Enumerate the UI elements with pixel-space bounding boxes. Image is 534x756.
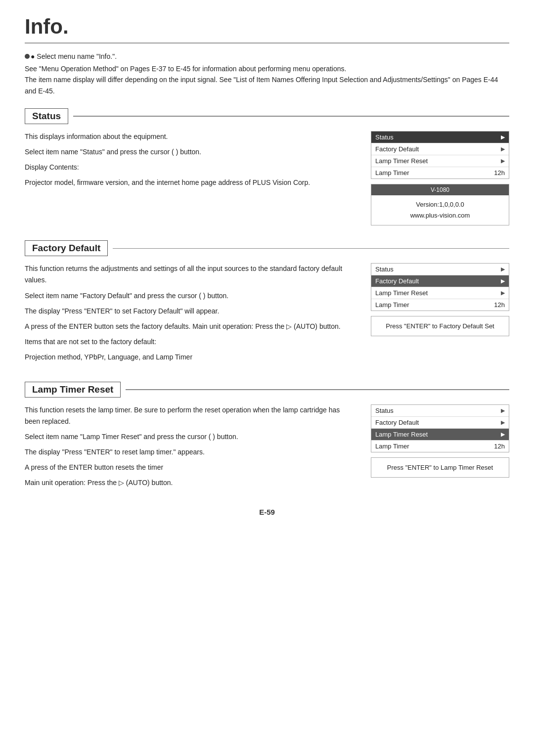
ltr-menu-label-ltr: Lamp Timer Reset bbox=[375, 431, 428, 438]
factory-default-heading-line bbox=[113, 248, 509, 249]
fd-desc3: The display "Press "ENTER" to set Factor… bbox=[25, 306, 346, 317]
ltr-desc2: Select item name "Lamp Timer Reset" and … bbox=[25, 431, 346, 443]
menu-label-factory1: Factory Default bbox=[375, 145, 419, 153]
status-section: Status This displays information about t… bbox=[25, 108, 509, 225]
ltr-menu-label-lt: Lamp Timer bbox=[375, 443, 409, 450]
status-sub-panel: V-1080 Version:1,0,0,0.0 www.plus-vision… bbox=[371, 184, 509, 225]
menu-arrow-status: ▶ bbox=[501, 134, 505, 140]
factory-default-left: This function returns the adjustments an… bbox=[25, 263, 356, 367]
factory-default-heading: Factory Default bbox=[25, 240, 108, 256]
fd-desc2: Select item name "Factory Default" and p… bbox=[25, 290, 346, 302]
fd-confirm-panel: Press "ENTER" to Factory Default Set bbox=[371, 316, 509, 336]
sub-panel-body: Version:1,0,0,0.0 www.plus-vision.com bbox=[371, 195, 509, 225]
status-content: This displays information about the equi… bbox=[25, 131, 509, 225]
intro-paragraph: See "Menu Operation Method" on Pages E-3… bbox=[25, 63, 509, 96]
menu-arrow-ltr1: ▶ bbox=[501, 158, 505, 164]
page-title: Info. bbox=[25, 15, 509, 44]
page-footer: E-59 bbox=[25, 508, 509, 516]
menu-label-status: Status bbox=[375, 133, 394, 141]
fd-menu-row-lt: Lamp Timer 12h bbox=[371, 299, 509, 311]
fd-desc1: This function returns the adjustments an… bbox=[25, 263, 346, 286]
ltr-desc5: Main unit operation: Press the ▷ (AUTO) … bbox=[25, 477, 346, 489]
lamp-timer-reset-heading-row: Lamp Timer Reset bbox=[25, 382, 509, 398]
fd-menu-label-lt: Lamp Timer bbox=[375, 301, 409, 309]
fd-menu-arrow-status: ▶ bbox=[501, 266, 505, 272]
fd-menu-value-lt: 12h bbox=[494, 301, 505, 309]
ltr-menu-panel: Status ▶ Factory Default ▶ Lamp Timer Re… bbox=[371, 404, 509, 452]
status-left: This displays information about the equi… bbox=[25, 131, 356, 225]
factory-default-content: This function returns the adjustments an… bbox=[25, 263, 509, 367]
sub-panel-header: V-1080 bbox=[371, 184, 509, 195]
fd-menu-label-status: Status bbox=[375, 266, 394, 273]
ltr-desc1: This function resets the lamp timer. Be … bbox=[25, 404, 346, 427]
menu-label-ltr1: Lamp Timer Reset bbox=[375, 157, 428, 165]
ltr-confirm-panel: Press "ENTER" to Lamp Timer Reset bbox=[371, 457, 509, 478]
intro-bullet: ● Select menu name "Info.". bbox=[25, 52, 509, 60]
status-heading-line bbox=[73, 116, 509, 117]
menu-row-lamp-timer-1: Lamp Timer 12h bbox=[371, 167, 509, 178]
ltr-left: This function resets the lamp timer. Be … bbox=[25, 404, 356, 493]
status-right: Status ▶ Factory Default ▶ Lamp Timer Re… bbox=[356, 131, 509, 225]
lamp-timer-reset-heading-line bbox=[126, 389, 509, 390]
intro-text2: The item name display will differ depend… bbox=[25, 76, 498, 94]
ltr-menu-row-factory: Factory Default ▶ bbox=[371, 417, 509, 429]
ltr-menu-arrow-status: ▶ bbox=[501, 407, 505, 414]
fd-desc5: Items that are not set to the factory de… bbox=[25, 336, 346, 348]
lamp-timer-reset-section: Lamp Timer Reset This function resets th… bbox=[25, 382, 509, 493]
menu-label-lt1: Lamp Timer bbox=[375, 169, 409, 177]
ltr-menu-label-factory: Factory Default bbox=[375, 419, 419, 426]
fd-menu-arrow-ltr: ▶ bbox=[501, 290, 505, 296]
factory-default-section: Factory Default This function returns th… bbox=[25, 240, 509, 367]
status-heading-row: Status bbox=[25, 108, 509, 124]
fd-confirm-text: Press "ENTER" to Factory Default Set bbox=[386, 322, 494, 330]
ltr-confirm-text: Press "ENTER" to Lamp Timer Reset bbox=[387, 464, 493, 471]
fd-desc4: A press of the ENTER button sets the fac… bbox=[25, 321, 346, 332]
menu-row-lamp-timer-reset-1: Lamp Timer Reset ▶ bbox=[371, 155, 509, 167]
ltr-right: Status ▶ Factory Default ▶ Lamp Timer Re… bbox=[356, 404, 509, 493]
menu-arrow-factory1: ▶ bbox=[501, 146, 505, 152]
status-desc2: Select item name "Status" and press the … bbox=[25, 146, 346, 158]
intro-text1: See "Menu Operation Method" on Pages E-3… bbox=[25, 65, 346, 73]
ltr-menu-row-ltr: Lamp Timer Reset ▶ bbox=[371, 429, 509, 441]
lamp-timer-reset-content: This function resets the lamp timer. Be … bbox=[25, 404, 509, 493]
ltr-menu-arrow-factory: ▶ bbox=[501, 419, 505, 426]
fd-menu-panel: Status ▶ Factory Default ▶ Lamp Timer Re… bbox=[371, 263, 509, 311]
ltr-desc3: The display "Press "ENTER" to reset lamp… bbox=[25, 446, 346, 458]
ltr-menu-row-lt: Lamp Timer 12h bbox=[371, 441, 509, 452]
fd-menu-arrow-factory: ▶ bbox=[501, 278, 505, 284]
ltr-menu-label-status: Status bbox=[375, 407, 394, 414]
factory-default-right: Status ▶ Factory Default ▶ Lamp Timer Re… bbox=[356, 263, 509, 367]
sub-panel-version: Version:1,0,0,0.0 bbox=[376, 199, 504, 210]
fd-menu-label-ltr: Lamp Timer Reset bbox=[375, 289, 428, 297]
menu-row-factory-default-1: Factory Default ▶ bbox=[371, 143, 509, 155]
status-desc3: Display Contents: bbox=[25, 162, 346, 173]
fd-menu-row-factory: Factory Default ▶ bbox=[371, 275, 509, 287]
bullet-dot-icon bbox=[25, 54, 30, 59]
intro-bullet-text: ● Select menu name "Info.". bbox=[31, 52, 117, 60]
status-menu-panel: Status ▶ Factory Default ▶ Lamp Timer Re… bbox=[371, 131, 509, 179]
ltr-menu-value-lt: 12h bbox=[494, 443, 505, 450]
status-desc4: Projector model, firmware version, and t… bbox=[25, 177, 346, 188]
fd-menu-label-factory: Factory Default bbox=[375, 277, 419, 285]
fd-menu-row-status: Status ▶ bbox=[371, 264, 509, 275]
ltr-menu-row-status: Status ▶ bbox=[371, 405, 509, 417]
status-heading: Status bbox=[25, 108, 68, 124]
fd-desc6: Projection method, YPbPr, Language, and … bbox=[25, 352, 346, 363]
lamp-timer-reset-heading: Lamp Timer Reset bbox=[25, 382, 121, 398]
factory-default-heading-row: Factory Default bbox=[25, 240, 509, 256]
fd-menu-row-ltr: Lamp Timer Reset ▶ bbox=[371, 287, 509, 299]
menu-row-status: Status ▶ bbox=[371, 132, 509, 143]
ltr-desc4: A press of the ENTER button resets the t… bbox=[25, 462, 346, 473]
ltr-menu-arrow-ltr: ▶ bbox=[501, 431, 505, 438]
status-desc1: This displays information about the equi… bbox=[25, 131, 346, 142]
sub-panel-url: www.plus-vision.com bbox=[376, 210, 504, 221]
menu-value-lt1: 12h bbox=[494, 169, 505, 177]
